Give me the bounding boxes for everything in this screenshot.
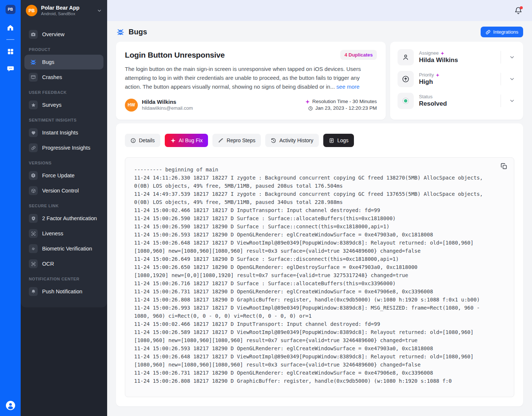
chevron-down-icon[interactable]	[506, 76, 516, 82]
section-label: USER FEEDBACK	[29, 90, 99, 95]
sidebar-item-label: Bugs	[42, 59, 54, 65]
sidebar-item-label: Force Update	[42, 173, 75, 178]
bell-icon	[29, 287, 38, 296]
sidebar-item-biometric[interactable]: Biometric Verification	[24, 241, 103, 256]
log-line: 11-24 15:00:26.716 18217 18217 D Surface…	[134, 279, 505, 287]
notification-dot	[520, 6, 523, 9]
arrow-up-circle-icon	[29, 171, 38, 180]
log-line: [1080,960] new=[1080,960][1080,960] resu…	[134, 247, 505, 255]
app-avatar: PB	[26, 5, 37, 16]
section-label: SECURE LINK	[29, 204, 99, 208]
sidebar-item-crashes[interactable]: Crashes	[24, 70, 103, 85]
chat-icon[interactable]	[6, 65, 14, 73]
log-line: 11-24 15:00:26.649 18217 18290 D Surface…	[134, 255, 505, 263]
main-content: Bugs Integrations Login Button Unrespons…	[107, 0, 532, 416]
tab-label: Details	[139, 137, 155, 143]
sidebar-item-force-update[interactable]: Force Update	[24, 168, 103, 183]
shield-lock-icon	[29, 214, 38, 223]
apps-grid-icon[interactable]	[6, 47, 14, 55]
reporter-avatar: HW	[125, 99, 138, 112]
bug-tabs-card: Details AI Bug Fix Repro Steps Activity …	[116, 123, 523, 406]
log-line: 11-24 15:00:26.650 18217 18290 D OpenGLR…	[134, 263, 505, 271]
user-avatar-icon[interactable]	[6, 401, 15, 410]
priority-arrow-icon	[398, 71, 414, 87]
log-line: 11-24 15:00:26.590 18217 18217 D Surface…	[134, 214, 505, 222]
bug-description: The login button on the main sign-in scr…	[125, 65, 377, 91]
divider	[501, 95, 501, 107]
bug-icon	[29, 58, 38, 67]
log-line: 0(0B) LOS objects, 49% free, 5MB/11MB, p…	[134, 182, 505, 190]
chevron-down-icon[interactable]	[506, 54, 516, 60]
divider	[501, 51, 501, 64]
tabs-row: Details AI Bug Fix Repro Steps Activity …	[125, 134, 514, 147]
log-line: 11-24 15:00:26.590 18217 18290 D Surface…	[134, 222, 505, 231]
log-line: 11-24 15:00:26.648 18217 18217 D ViewRoo…	[134, 239, 505, 247]
ocr-scan-icon	[29, 259, 38, 268]
topbar	[107, 0, 532, 21]
bugs-page-icon	[116, 27, 125, 36]
tab-logs[interactable]: Logs	[323, 134, 354, 147]
tab-repro-steps[interactable]: Repro Steps	[212, 134, 261, 147]
section-label: SENTIMENT INSIGHTS	[29, 118, 99, 122]
app-name: Polar Bear App	[41, 5, 93, 11]
app-switcher[interactable]: PB Polar Bear App Android, SandBox	[21, 0, 107, 21]
notifications-bell-icon[interactable]	[514, 7, 522, 15]
sidebar-item-label: 2 Factor Authentication	[42, 215, 97, 221]
sidebar-item-label: Crashes	[42, 74, 62, 80]
tab-label: Activity History	[279, 137, 313, 143]
face-scan-icon	[29, 229, 38, 238]
reporter-name: Hilda Wilkins	[142, 99, 193, 105]
chevron-down-icon[interactable]	[97, 8, 102, 13]
log-line: 11-24 15:00:26.808 18217 18290 D Graphic…	[134, 296, 505, 304]
log-line: 11-24 15:00:26.808 18217 18290 D Graphic…	[134, 377, 505, 385]
assignee-label: Assignee	[419, 50, 439, 56]
sidebar-item-bugs[interactable]: Bugs	[24, 55, 103, 69]
log-line: 11-24 15:00:26.589 18217 18217 D ViewRoo…	[134, 328, 505, 336]
sparkle-icon	[305, 99, 310, 104]
sidebar-nav: Overview PRODUCT Bugs Crashes USER FEEDB…	[21, 21, 107, 307]
log-line: [1080,960] new=[1080,960][1080,960] resu…	[134, 361, 505, 369]
sidebar-item-liveness[interactable]: Liveness	[24, 226, 103, 241]
reporter: HW Hilda Wilkins hildawilkins@email.com	[125, 99, 193, 112]
sidebar-item-push-notification[interactable]: Push Notification	[24, 284, 103, 299]
sidebar-item-surveys[interactable]: Surveys	[24, 98, 103, 112]
log-line: 0(0B) LOS objects, 49% free, 5MB/11MB, p…	[134, 198, 505, 206]
link-icon	[485, 30, 491, 35]
log-line: --------- beginning of main	[134, 166, 505, 174]
sidebar-item-ocr[interactable]: OCR	[24, 256, 103, 271]
sparkle-icon	[436, 73, 440, 77]
status-value: Resolved	[419, 100, 495, 108]
sidebar-item-label: Surveys	[42, 102, 61, 108]
log-line: 11-24 14:11:26.330 18217 18227 I zygote …	[134, 174, 505, 182]
log-line: 11-24 15:00:26.731 18217 18290 D OpenGLR…	[134, 287, 505, 296]
sidebar-item-overview[interactable]: Overview	[24, 27, 103, 42]
log-line: 11-24 15:00:26.648 18217 18217 D ViewRoo…	[134, 352, 505, 361]
sidebar-item-progressive-insights[interactable]: Progressive Insights	[24, 140, 103, 155]
log-line: 11-24 15:00:26.593 18217 18290 D OpenGLR…	[134, 344, 505, 352]
sidebar-item-2fa[interactable]: 2 Factor Authentication	[24, 211, 103, 226]
priority-label: Priority	[419, 72, 434, 78]
duplicates-badge[interactable]: 4 Duplicates	[340, 50, 377, 60]
priority-row: Priority High	[398, 71, 516, 87]
workspace-badge[interactable]: PB	[6, 5, 16, 14]
copy-icon[interactable]	[500, 162, 508, 170]
log-line: 11-24 15:00:02.466 18217 18217 D InputTr…	[134, 320, 505, 328]
log-viewer[interactable]: --------- beginning of main 11-24 14:11:…	[125, 157, 514, 397]
sidebar-item-version-control[interactable]: Version Control	[24, 183, 103, 198]
integrations-button[interactable]: Integrations	[481, 27, 523, 37]
tab-details[interactable]: Details	[125, 134, 160, 147]
tab-label: Logs	[337, 137, 348, 143]
sidebar-item-instant-insights[interactable]: Instant Insights	[24, 125, 103, 140]
crashes-icon	[29, 73, 38, 82]
chevron-down-icon[interactable]	[506, 98, 516, 104]
see-more-link[interactable]: see more	[337, 83, 360, 90]
tab-ai-bug-fix[interactable]: AI Bug Fix	[165, 134, 208, 147]
log-line: 11-24 14:49:37.539 18217 18227 I zygote …	[134, 190, 505, 198]
home-icon[interactable]	[6, 24, 14, 32]
tab-activity-history[interactable]: Activity History	[265, 134, 319, 147]
sparkle-icon	[440, 51, 444, 55]
sidebar-item-label: Push Notification	[42, 289, 82, 294]
log-line: [1080,960] new=[1080,960][1080,960] resu…	[134, 336, 505, 344]
heart-icon	[29, 128, 38, 137]
reporter-email: hildawilkins@email.com	[142, 105, 193, 111]
